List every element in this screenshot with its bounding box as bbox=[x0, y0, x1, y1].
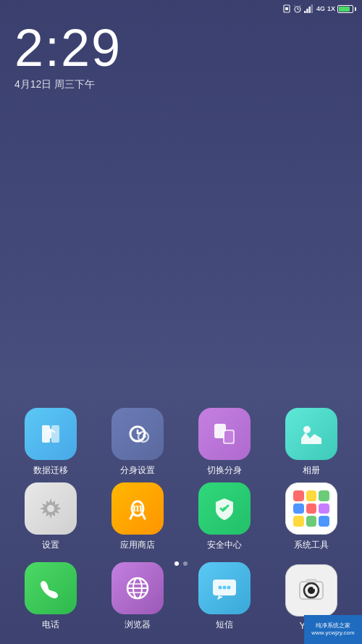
svg-text:m: m bbox=[132, 501, 143, 514]
dock-icon-browser bbox=[111, 562, 164, 614]
clock-area: 2:29 4月12日 周三下午 bbox=[14, 22, 122, 91]
app-grid: 数据迁移 分身设置 bbox=[0, 408, 362, 557]
svg-point-19 bbox=[47, 505, 54, 512]
app-switch-dual[interactable]: 切换分身 bbox=[188, 408, 261, 477]
dock-label-browser: 浏览器 bbox=[125, 619, 151, 631]
app-data-migration[interactable]: 数据迁移 bbox=[14, 408, 87, 477]
app-icon-dual-settings bbox=[111, 408, 164, 460]
watermark-text: 纯净系统之家 www.ycwjzy.com bbox=[311, 622, 354, 637]
battery-icon bbox=[337, 5, 356, 13]
app-row-1: 数据迁移 分身设置 bbox=[7, 408, 355, 477]
dock-icon-sms bbox=[198, 562, 251, 614]
app-store[interactable]: m 应用商店 bbox=[101, 482, 174, 551]
signal-icon bbox=[304, 4, 314, 13]
app-icon-album bbox=[285, 408, 337, 460]
svg-point-28 bbox=[219, 586, 222, 590]
svg-rect-7 bbox=[304, 11, 306, 13]
svg-rect-1 bbox=[285, 7, 288, 10]
svg-rect-10 bbox=[311, 4, 313, 13]
app-label-tools: 系统工具 bbox=[294, 539, 329, 551]
dock-browser[interactable]: 浏览器 bbox=[111, 562, 164, 631]
app-label-security: 安全中心 bbox=[207, 539, 242, 551]
alarm-icon bbox=[293, 4, 302, 13]
app-icon-app-store: m bbox=[111, 482, 164, 535]
app-icon-security bbox=[198, 482, 251, 535]
dock-icon-camera bbox=[285, 564, 337, 616]
dock-label-sms: 短信 bbox=[216, 619, 233, 631]
svg-rect-11 bbox=[42, 425, 50, 443]
svg-point-21 bbox=[223, 507, 226, 510]
svg-point-30 bbox=[227, 586, 231, 590]
app-dual-settings[interactable]: 分身设置 bbox=[101, 408, 174, 477]
svg-rect-16 bbox=[224, 431, 233, 443]
app-icon-switch-dual bbox=[198, 408, 251, 460]
4g-icon: 4G bbox=[316, 5, 325, 12]
svg-rect-8 bbox=[306, 9, 308, 13]
app-tools[interactable]: 系统工具 bbox=[275, 482, 348, 551]
app-security[interactable]: 安全中心 bbox=[188, 482, 261, 551]
app-icon-settings bbox=[25, 482, 77, 535]
app-album[interactable]: 相册 bbox=[275, 408, 348, 477]
svg-line-6 bbox=[300, 6, 300, 7]
svg-point-17 bbox=[303, 426, 311, 433]
app-label-data-migration: 数据迁移 bbox=[33, 464, 68, 477]
app-label-switch-dual: 切换分身 bbox=[207, 464, 242, 477]
1x-icon: 1X bbox=[327, 5, 335, 12]
status-bar: 4G 1X bbox=[0, 0, 362, 17]
app-icon-data-migration bbox=[25, 408, 77, 460]
watermark: 纯净系统之家 www.ycwjzy.com bbox=[304, 615, 362, 644]
app-label-dual-settings: 分身设置 bbox=[120, 464, 155, 477]
app-settings[interactable]: 设置 bbox=[14, 482, 87, 551]
svg-point-34 bbox=[313, 586, 316, 589]
app-label-settings: 设置 bbox=[42, 539, 59, 551]
clock-date: 4月12日 周三下午 bbox=[14, 78, 122, 91]
svg-rect-12 bbox=[51, 425, 59, 443]
dock-phone[interactable]: 电话 bbox=[25, 562, 77, 631]
svg-point-29 bbox=[223, 586, 227, 590]
dock-sms[interactable]: 短信 bbox=[198, 562, 251, 631]
clock-time: 2:29 bbox=[14, 22, 122, 74]
svg-rect-9 bbox=[308, 7, 311, 13]
dock-icon-phone bbox=[25, 562, 77, 614]
app-label-album: 相册 bbox=[303, 464, 320, 477]
app-label-app-store: 应用商店 bbox=[120, 539, 155, 551]
sim-icon bbox=[282, 4, 291, 13]
app-row-2: 设置 m 应用商店 安全中心 bbox=[7, 482, 355, 551]
dock-label-phone: 电话 bbox=[42, 619, 59, 631]
app-icon-tools bbox=[285, 482, 337, 535]
svg-line-5 bbox=[294, 6, 295, 7]
